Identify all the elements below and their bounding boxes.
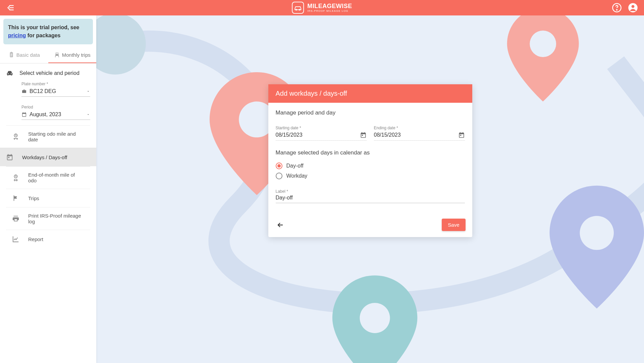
nav-workdays-daysoff[interactable]: Workdays / Days-off: [0, 148, 96, 166]
svg-point-3: [616, 9, 617, 10]
section-select-vehicle: Select vehicle and period: [0, 63, 96, 80]
sidebar: This is your trial period, see pricing f…: [0, 15, 96, 363]
day-type-radio-group: Day-off Workday: [276, 161, 465, 181]
starting-date-value: 08/15/2023: [276, 132, 303, 138]
nav-report[interactable]: Report: [6, 230, 90, 248]
trial-text-before: This is your trial period, see: [8, 25, 79, 30]
logo-text: MILEAGEWISE IRS-PROOF MILEAGE LOG: [307, 3, 352, 12]
label-field-label: Label *: [276, 189, 465, 194]
svg-point-12: [360, 303, 390, 333]
modal-title: Add workdays / days-off: [268, 84, 472, 103]
plate-value: BC12 DEG: [30, 88, 56, 94]
nav-label: Report: [28, 236, 43, 242]
road-icon: [54, 52, 60, 58]
chart-line-icon: [12, 235, 21, 243]
svg-point-0: [296, 9, 297, 10]
svg-point-10: [530, 31, 556, 57]
collapse-sidebar-button[interactable]: [6, 3, 15, 12]
plate-select[interactable]: BC12 DEG: [21, 87, 90, 97]
odometer-start-icon: [12, 133, 21, 140]
save-button[interactable]: Save: [442, 219, 465, 231]
app-header: MILEAGEWISE IRS-PROOF MILEAGE LOG: [0, 0, 644, 15]
help-button[interactable]: [612, 3, 622, 13]
period-value: August, 2023: [30, 111, 61, 118]
label-input[interactable]: [276, 195, 465, 201]
svg-point-8: [96, 15, 146, 75]
workdays-modal: Add workdays / days-off Manage period an…: [268, 84, 472, 237]
nav-label: End-of-month mile of odo: [28, 172, 84, 183]
starting-date-label: Starting date *: [276, 126, 367, 130]
radio-dayoff-label: Day-off: [286, 163, 304, 169]
svg-point-5: [632, 5, 635, 8]
arrow-left-icon: [276, 221, 284, 229]
main-layout: This is your trial period, see pricing f…: [0, 15, 644, 363]
nav-end-month-odo[interactable]: End-of-month mile of odo: [6, 166, 90, 189]
radio-dayoff[interactable]: Day-off: [276, 161, 465, 171]
svg-point-11: [580, 216, 614, 250]
printer-icon: [12, 215, 21, 222]
nav-label: Trips: [28, 195, 39, 201]
section-title-label: Select vehicle and period: [19, 70, 79, 76]
radio-workday-label: Workday: [286, 173, 308, 179]
calendar-icon: [21, 112, 27, 117]
period-label: Period: [21, 105, 90, 109]
radio-circle-icon: [276, 163, 282, 169]
content-area: Add workdays / days-off Manage period an…: [96, 15, 644, 363]
logo[interactable]: MILEAGEWISE IRS-PROOF MILEAGE LOG: [292, 2, 352, 14]
car-icon: [6, 70, 13, 77]
chevron-down-icon: [86, 89, 90, 93]
odometer-end-icon: [12, 174, 21, 181]
calendar-picker-icon[interactable]: [360, 132, 367, 138]
flag-icon: [12, 194, 21, 202]
calendar-range-icon: [6, 153, 15, 161]
nav-label: Print IRS-Proof mileage log: [28, 213, 84, 224]
trial-text-after: for packages: [26, 33, 60, 38]
tab-monthly-label: Monthly trips: [62, 52, 91, 58]
tab-basic-label: Basic data: [16, 52, 40, 58]
radio-workday[interactable]: Workday: [276, 171, 465, 181]
manage-period-title: Manage period and day: [276, 109, 465, 116]
radio-circle-icon: [276, 173, 282, 179]
account-button[interactable]: [628, 3, 638, 13]
briefcase-icon: [21, 89, 27, 94]
pricing-link[interactable]: pricing: [8, 33, 26, 38]
plate-label: Plate number *: [21, 82, 90, 86]
sidebar-nav: Starting odo mile and date Workdays / Da…: [0, 125, 96, 248]
brand-name: MILEAGEWISE: [307, 3, 352, 9]
radio-group-title: Manage selected days in calendar as: [276, 149, 465, 156]
brand-tagline: IRS-PROOF MILEAGE LOG: [307, 10, 352, 12]
nav-print-log[interactable]: Print IRS-Proof mileage log: [6, 207, 90, 230]
nav-label: Workdays / Days-off: [22, 154, 67, 160]
tab-basic-data[interactable]: Basic data: [0, 46, 48, 63]
calendar-picker-icon[interactable]: [458, 132, 465, 138]
back-button[interactable]: [275, 220, 286, 230]
sidebar-tabs: Basic data Monthly trips: [0, 46, 96, 63]
svg-point-1: [299, 9, 300, 10]
nav-label: Starting odo mile and date: [28, 131, 84, 142]
nav-starting-odo[interactable]: Starting odo mile and date: [6, 125, 90, 148]
ending-date-field[interactable]: Ending date * 08/15/2023: [374, 126, 465, 141]
ending-date-value: 08/15/2023: [374, 132, 401, 138]
nav-trips[interactable]: Trips: [6, 189, 90, 207]
car-logo-icon: [292, 2, 304, 14]
clipboard-icon: [8, 52, 14, 58]
period-select[interactable]: August, 2023: [21, 110, 90, 120]
ending-date-label: Ending date *: [374, 126, 465, 130]
starting-date-field[interactable]: Starting date * 08/15/2023: [276, 126, 367, 141]
trial-banner: This is your trial period, see pricing f…: [3, 19, 93, 44]
tab-monthly-trips[interactable]: Monthly trips: [48, 46, 97, 63]
chevron-down-icon: [86, 112, 90, 117]
